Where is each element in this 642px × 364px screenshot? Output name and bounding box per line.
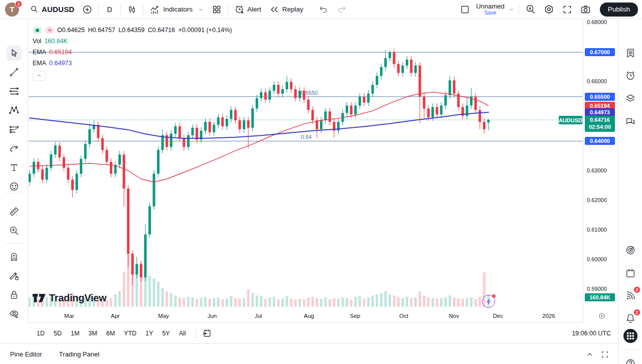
close-value: C0.64716: [148, 27, 175, 34]
tool-emoji-icon[interactable]: [7, 179, 22, 194]
emoji-icon: [9, 181, 20, 192]
search-lightning-icon: [525, 4, 536, 15]
panel-maximize-icon[interactable]: [601, 350, 609, 358]
ohlc-values: O0.64625 H0.64757 L0.64359 C0.64716 +0.0…: [57, 27, 233, 34]
range-5y-button[interactable]: 5Y: [157, 328, 174, 339]
tool-trend-line-icon[interactable]: [7, 65, 22, 80]
time-axis[interactable]: MarAprMayJunJulAugSepOctNovDec2026: [29, 310, 583, 323]
legend-volume-row[interactable]: Vol 160.84K: [33, 36, 234, 47]
sidebar-streams-icon[interactable]: 2: [623, 289, 637, 303]
range-1d-button[interactable]: 1D: [32, 328, 49, 339]
chart-event-lightning-icon[interactable]: [482, 295, 495, 308]
range-6m-button[interactable]: 6M: [102, 328, 119, 339]
sidebar-chat-icon[interactable]: [623, 115, 637, 129]
sidebar-apps-grid-icon[interactable]: [623, 329, 637, 343]
bar-countdown: 02:54:00: [589, 124, 611, 131]
layout-dropdown[interactable]: [507, 0, 517, 19]
tool-drawing-lock-icon[interactable]: [7, 268, 22, 283]
legend-ema1-row[interactable]: EMA 0.65194: [33, 47, 234, 58]
axis-settings-icon[interactable]: [598, 312, 607, 321]
goto-date-button[interactable]: [196, 328, 212, 339]
redo-button[interactable]: [333, 0, 351, 19]
symbol-name: AUDUSD: [42, 5, 74, 14]
tool-ruler-icon[interactable]: [7, 204, 22, 219]
price-tick-label: 0.66000: [583, 78, 618, 84]
tool-magnet-icon[interactable]: [7, 249, 22, 264]
candlestick-style-icon: [127, 5, 137, 15]
tool-cursor-icon[interactable]: [7, 46, 22, 61]
range-5d-button[interactable]: 5D: [49, 328, 66, 339]
tab-pine-editor[interactable]: Pine Editor: [10, 350, 42, 358]
tool-xabcd-pattern-icon[interactable]: [7, 103, 22, 118]
interval-label: D: [107, 6, 112, 14]
tool-text-tool-icon[interactable]: [7, 160, 22, 175]
ruler-icon: [9, 206, 20, 217]
chart-settings-button[interactable]: [540, 0, 558, 19]
save-label[interactable]: Save: [485, 10, 497, 16]
sidebar-watchlist-icon[interactable]: [623, 46, 637, 60]
range-1m-button[interactable]: 1M: [66, 328, 84, 339]
help-icon: [625, 358, 636, 364]
indicators-templates-dropdown[interactable]: [197, 0, 208, 19]
sidebar-object-tree-icon[interactable]: [623, 91, 637, 105]
layout-grid-button[interactable]: [208, 0, 226, 19]
range-3m-button[interactable]: 3M: [84, 328, 101, 339]
time-label-Jun: Jun: [208, 313, 217, 319]
redo-arrow-icon: [337, 5, 347, 15]
toolbar-separator: [98, 4, 99, 15]
toolbar-separator: [519, 4, 519, 15]
quick-search-button[interactable]: [521, 0, 540, 19]
price-axis[interactable]: 0.680000.660000.630000.620000.610000.600…: [583, 20, 618, 323]
legend-ema2-row[interactable]: EMA 0.64973: [33, 58, 234, 69]
chart-style-button[interactable]: [123, 0, 141, 19]
clock-utc[interactable]: 19:06:00 UTC: [572, 330, 618, 337]
layout-name-save[interactable]: Unnamed Save: [474, 3, 506, 16]
publish-button[interactable]: Publish: [600, 3, 638, 17]
ema1-value: 0.65194: [49, 49, 72, 56]
last-price-badge: 0.6471602:54:00: [585, 116, 615, 132]
indicators-button[interactable]: Indicators: [145, 0, 197, 19]
chart-pane[interactable]: 0.65500.64 ≈ O0.64625 H0.64757 L0.64359 …: [29, 20, 583, 309]
sidebar-calendar-icon[interactable]: [623, 266, 637, 280]
tool-hide-drawings-icon[interactable]: [7, 306, 22, 321]
toolbar-separator: [120, 4, 121, 15]
layout-square-icon: [460, 5, 470, 15]
legend-main-row[interactable]: ≈ O0.64625 H0.64757 L0.64359 C0.64716 +0…: [33, 25, 234, 36]
tradingview-superchart: T 2 AUDUSD D: [0, 0, 642, 364]
fullscreen-button[interactable]: [558, 0, 576, 19]
legend-collapse-button[interactable]: [33, 71, 46, 81]
ema2-value: 0.64973: [49, 60, 72, 67]
undo-button[interactable]: [314, 0, 333, 19]
cursor-icon: [9, 48, 20, 59]
plus-circle-icon: [82, 5, 92, 15]
range-ytd-button[interactable]: YTD: [119, 328, 141, 339]
symbol-search-button[interactable]: AUDUSD: [26, 0, 78, 19]
replay-button[interactable]: Replay: [265, 0, 307, 19]
snapshot-camera-button[interactable]: [576, 0, 595, 19]
interval-button[interactable]: D: [101, 0, 118, 19]
tool-lock-icon[interactable]: [7, 287, 22, 302]
tool-forecast-icon[interactable]: [7, 122, 22, 137]
range-all-button[interactable]: All: [175, 328, 191, 339]
sidebar-help-icon[interactable]: [623, 356, 637, 364]
compare-add-symbol-button[interactable]: [78, 0, 96, 19]
tool-brush-icon[interactable]: [7, 141, 22, 156]
toolbar-divider: [5, 193, 23, 194]
sidebar-notifications-bell-icon[interactable]: 2: [623, 311, 637, 325]
alert-button[interactable]: Alert: [230, 0, 265, 19]
layout-board-button[interactable]: [456, 0, 474, 19]
event-new-dot: [492, 294, 496, 298]
tool-zoom-in-icon[interactable]: [7, 223, 22, 238]
range-1y-button[interactable]: 1Y: [141, 328, 157, 339]
sidebar-screener-radar-icon[interactable]: [623, 243, 637, 257]
tab-trading-panel[interactable]: Trading Panel: [59, 350, 99, 358]
chart-legend: ≈ O0.64625 H0.64757 L0.64359 C0.64716 +0…: [33, 25, 234, 81]
user-avatar[interactable]: T 2: [5, 3, 19, 17]
sidebar-alerts-clock-icon[interactable]: [623, 69, 637, 83]
notification-badge: 2: [633, 309, 640, 316]
hline-price-badge: 0.67000: [585, 48, 615, 56]
panel-collapse-chevron-icon[interactable]: [586, 350, 594, 358]
tradingview-watermark: TradingView: [33, 292, 106, 304]
tool-fib-lines-icon[interactable]: [7, 84, 22, 99]
indicators-icon: [149, 4, 160, 15]
